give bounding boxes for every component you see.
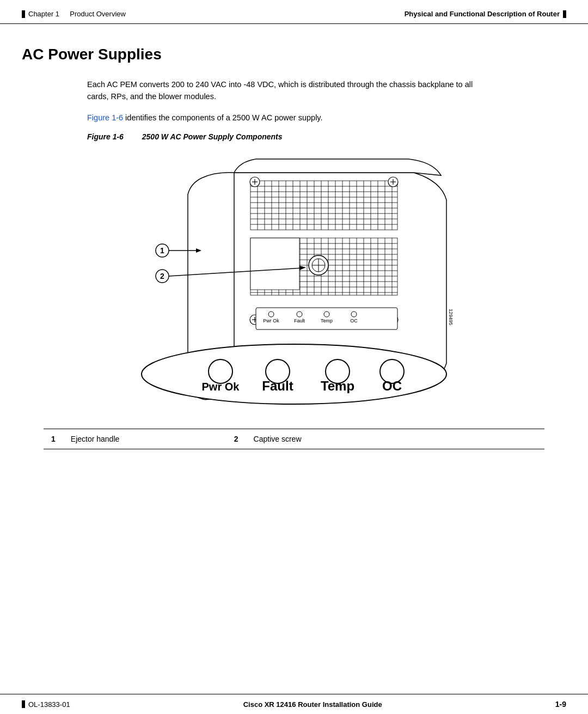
footer-right: 1-9 — [555, 700, 566, 709]
svg-point-84 — [324, 312, 329, 317]
parts-table: 1 Ejector handle 2 Captive screw — [44, 429, 544, 449]
body-paragraph-2: Figure 1-6 identifies the components of … — [87, 112, 490, 124]
power-supply-diagram: Pwr Ok Fault Temp OC Pwr Ok Fault Temp O… — [125, 151, 463, 412]
section-title: AC Power Supplies — [22, 46, 566, 63]
figure-caption: Figure 1-6 2500 W AC Power Supply Compon… — [87, 132, 566, 141]
footer-bar-icon — [22, 700, 25, 708]
svg-point-83 — [297, 312, 302, 317]
svg-rect-60 — [250, 238, 299, 290]
svg-text:OC: OC — [350, 318, 358, 324]
header-title: Product Overview — [70, 10, 126, 18]
svg-text:Pwr Ok: Pwr Ok — [263, 318, 279, 324]
page-header: Chapter 1 Product Overview Physical and … — [0, 0, 588, 24]
svg-point-82 — [268, 312, 274, 317]
table-row-1: 1 Ejector handle 2 Captive screw — [44, 429, 544, 449]
figure-label: Figure 1-6 — [87, 132, 124, 141]
row2-number: 2 — [226, 429, 246, 449]
page-content: AC Power Supplies Each AC PEM converts 2… — [0, 24, 588, 471]
svg-text:Pwr Ok: Pwr Ok — [202, 381, 240, 393]
figure-link[interactable]: Figure 1-6 — [87, 113, 123, 122]
svg-text:Fault: Fault — [262, 379, 293, 393]
header-left: Chapter 1 Product Overview — [22, 10, 126, 18]
body-paragraph-1: Each AC PEM converts 200 to 240 VAC into… — [87, 78, 490, 103]
header-right: Physical and Functional Description of R… — [405, 10, 566, 18]
row2-label: Captive screw — [246, 429, 544, 449]
body-2-rest: identifies the components of a 2500 W AC… — [123, 113, 322, 122]
svg-point-85 — [351, 312, 357, 317]
page-footer: OL-13833-01 Cisco XR 12416 Router Instal… — [0, 694, 588, 714]
svg-text:Temp: Temp — [321, 318, 333, 324]
svg-rect-0 — [250, 181, 397, 230]
row1-number: 1 — [44, 429, 63, 449]
svg-text:Temp: Temp — [321, 379, 354, 393]
footer-center: Cisco XR 12416 Router Installation Guide — [243, 700, 382, 709]
header-right-bar — [563, 10, 566, 18]
svg-text:Fault: Fault — [294, 318, 305, 324]
header-right-title: Physical and Functional Description of R… — [405, 10, 560, 18]
footer-page-number: 1-9 — [555, 700, 566, 709]
footer-left: OL-13833-01 — [22, 700, 70, 709]
footer-guide-title: Cisco XR 12416 Router Installation Guide — [243, 700, 382, 709]
header-bar-icon — [22, 10, 25, 18]
row1-label: Ejector handle — [63, 429, 226, 449]
svg-text:2: 2 — [160, 272, 164, 280]
svg-text:1: 1 — [160, 246, 164, 255]
figure-title: 2500 W AC Power Supply Components — [142, 132, 283, 141]
svg-text:OC: OC — [382, 379, 402, 393]
figure-container: Pwr Ok Fault Temp OC Pwr Ok Fault Temp O… — [44, 151, 544, 412]
svg-text:129495: 129495 — [448, 309, 454, 325]
footer-doc-number: OL-13833-01 — [28, 700, 70, 709]
svg-point-87 — [209, 359, 232, 383]
header-chapter: Chapter 1 — [28, 10, 59, 18]
